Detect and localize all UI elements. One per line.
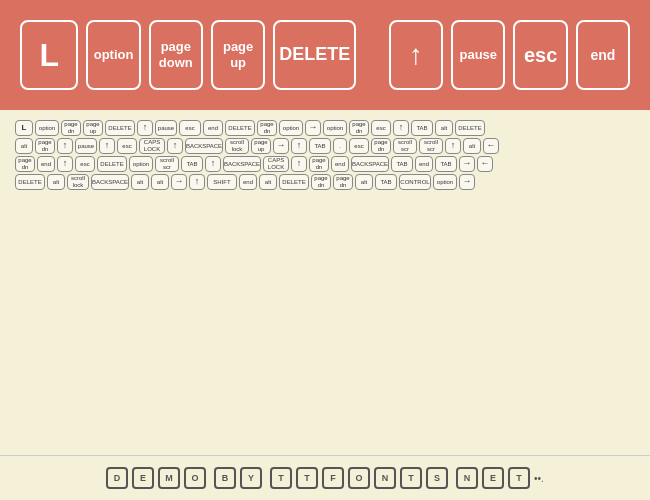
banner-key-up[interactable]: ↑ <box>389 20 443 90</box>
kb-key[interactable]: → <box>273 138 289 154</box>
kb-key[interactable]: esc <box>349 138 369 154</box>
banner-key-end[interactable]: end <box>576 20 630 90</box>
kb-key[interactable]: esc <box>117 138 137 154</box>
kb-key[interactable]: ↑ <box>99 138 115 154</box>
kb-key[interactable]: pagedn <box>349 120 369 136</box>
kb-key[interactable]: . <box>333 138 347 154</box>
kb-key[interactable]: BACKSPACE <box>223 156 261 172</box>
kb-key[interactable]: CONTROL <box>399 174 431 190</box>
kb-key[interactable]: BACKSPACE <box>185 138 223 154</box>
banner-key-pagedown[interactable]: pagedown <box>149 20 203 90</box>
kb-key[interactable]: pagedn <box>311 174 331 190</box>
kb-key[interactable]: CAPSLOCK <box>263 156 289 172</box>
footer-key-y: Y <box>240 467 262 489</box>
kb-key[interactable]: ↑ <box>189 174 205 190</box>
kb-key[interactable]: alt <box>47 174 65 190</box>
kb-key[interactable]: option <box>433 174 457 190</box>
kb-key[interactable]: alt <box>355 174 373 190</box>
banner-key-esc[interactable]: esc <box>513 20 567 90</box>
kb-key[interactable]: pagedn <box>15 156 35 172</box>
kb-key[interactable]: SHIFT <box>207 174 237 190</box>
kb-key[interactable]: DELETE <box>279 174 309 190</box>
kb-key[interactable]: TAB <box>411 120 433 136</box>
kb-key[interactable]: pagedn <box>371 138 391 154</box>
kb-key[interactable]: end <box>239 174 257 190</box>
kb-key[interactable]: scrollscr <box>419 138 443 154</box>
kb-key[interactable]: option <box>323 120 347 136</box>
bottom-footer: D E M O B Y T T F O N T S N E T ••. <box>0 455 650 500</box>
kb-key[interactable]: pagedn <box>257 120 277 136</box>
kb-key[interactable]: alt <box>435 120 453 136</box>
kb-key[interactable]: CAPSLOCK <box>139 138 165 154</box>
banner-key-l[interactable]: L <box>20 20 78 90</box>
kb-key[interactable]: alt <box>151 174 169 190</box>
kb-key[interactable]: DELETE <box>225 120 255 136</box>
kb-key[interactable]: TAB <box>391 156 413 172</box>
kb-key[interactable]: ↑ <box>445 138 461 154</box>
kb-key[interactable]: DELETE <box>15 174 45 190</box>
kb-key[interactable]: esc <box>75 156 95 172</box>
kb-key[interactable]: → <box>459 174 475 190</box>
kb-key[interactable]: pagedn <box>35 138 55 154</box>
kb-key[interactable]: end <box>415 156 433 172</box>
kb-key[interactable]: esc <box>371 120 391 136</box>
banner-key-option[interactable]: option <box>86 20 140 90</box>
kb-key[interactable]: end <box>203 120 223 136</box>
kb-key[interactable]: end <box>331 156 349 172</box>
kb-key[interactable]: scrolllock <box>67 174 89 190</box>
kb-key[interactable]: pause <box>155 120 177 136</box>
kb-key[interactable]: ↑ <box>57 138 73 154</box>
kb-key[interactable]: ↑ <box>167 138 183 154</box>
footer-key-n: N <box>374 467 396 489</box>
footer-key-e2: E <box>482 467 504 489</box>
kb-key[interactable]: L <box>15 120 33 136</box>
kb-key[interactable]: DELETE <box>105 120 135 136</box>
footer-key-o2: O <box>348 467 370 489</box>
kb-key[interactable]: alt <box>259 174 277 190</box>
keyboard-area: L option pagedn pageup DELETE ↑ pause es… <box>0 110 650 200</box>
kb-key[interactable]: TAB <box>181 156 203 172</box>
kb-key[interactable]: scrollscr <box>393 138 417 154</box>
kb-key[interactable]: TAB <box>435 156 457 172</box>
kb-key[interactable]: TAB <box>309 138 331 154</box>
kb-key[interactable]: ↑ <box>137 120 153 136</box>
kb-key[interactable]: option <box>35 120 59 136</box>
kb-key[interactable]: pause <box>75 138 97 154</box>
kb-key[interactable]: ↑ <box>291 156 307 172</box>
kb-key[interactable]: pagedn <box>309 156 329 172</box>
kb-key[interactable]: scrollscr <box>155 156 179 172</box>
kb-key[interactable]: alt <box>463 138 481 154</box>
banner-key-pause[interactable]: pause <box>451 20 505 90</box>
kb-key[interactable]: option <box>279 120 303 136</box>
footer-key-m: M <box>158 467 180 489</box>
kb-key[interactable]: ↑ <box>291 138 307 154</box>
kb-key[interactable]: ↑ <box>205 156 221 172</box>
kb-key[interactable]: alt <box>131 174 149 190</box>
footer-key-o: O <box>184 467 206 489</box>
banner-key-delete[interactable]: DELETE <box>273 20 356 90</box>
kb-key[interactable]: ← <box>483 138 499 154</box>
kb-key[interactable]: pageup <box>83 120 103 136</box>
kb-key[interactable]: DELETE <box>455 120 485 136</box>
kb-key[interactable]: ← <box>477 156 493 172</box>
kb-key[interactable]: DELETE <box>97 156 127 172</box>
kb-key[interactable]: pagedn <box>61 120 81 136</box>
kb-key[interactable]: ↑ <box>393 120 409 136</box>
kb-key[interactable]: alt <box>15 138 33 154</box>
kb-key[interactable]: pagedn <box>333 174 353 190</box>
kb-key[interactable]: BACKSPACE <box>91 174 129 190</box>
kb-key[interactable]: → <box>171 174 187 190</box>
kb-key[interactable]: BACKSPACE <box>351 156 389 172</box>
banner-key-pageup[interactable]: pageup <box>211 20 265 90</box>
kb-key[interactable]: → <box>459 156 475 172</box>
footer-key-f: F <box>322 467 344 489</box>
kb-key[interactable]: pageup <box>251 138 271 154</box>
kb-key[interactable]: esc <box>179 120 201 136</box>
footer-key-t2: T <box>296 467 318 489</box>
kb-key[interactable]: option <box>129 156 153 172</box>
kb-key[interactable]: TAB <box>375 174 397 190</box>
kb-key[interactable]: → <box>305 120 321 136</box>
kb-key[interactable]: scrolllock <box>225 138 249 154</box>
kb-key[interactable]: ↑ <box>57 156 73 172</box>
kb-key[interactable]: end <box>37 156 55 172</box>
